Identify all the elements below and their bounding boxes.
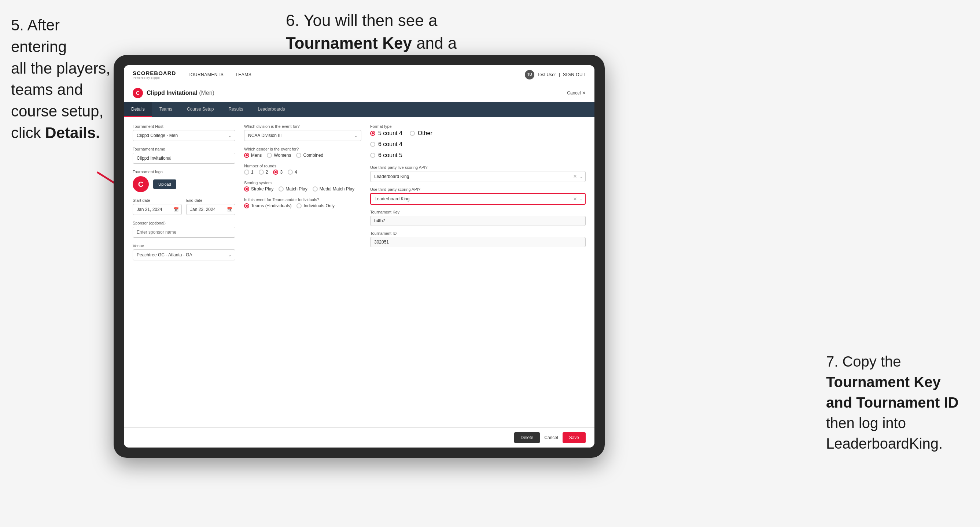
tournament-name-label: Tournament name: [133, 147, 235, 151]
sponsor-input[interactable]: [133, 227, 235, 238]
format-6count5-radio[interactable]: [370, 153, 375, 158]
tab-leaderboards[interactable]: Leaderboards: [250, 102, 292, 117]
division-label: Which division is the event for?: [244, 124, 361, 129]
rounds-2-radio[interactable]: [259, 170, 264, 175]
format-6count4-label: 6 count 4: [378, 141, 402, 148]
save-button[interactable]: Save: [563, 432, 585, 443]
venue-label: Venue: [133, 244, 235, 248]
format-other-radio[interactable]: [410, 131, 415, 136]
tablet-screen: SCOREBOARD Powered by clippd TOURNAMENTS…: [124, 65, 595, 448]
format-5count4-radio[interactable]: [370, 131, 375, 136]
tab-teams[interactable]: Teams: [152, 102, 180, 117]
teams-plus-radio[interactable]: [244, 203, 249, 208]
gender-mens-label: Mens: [251, 153, 262, 158]
third-party-1-group: Use third-party live scoring API? ✕ ⌄: [370, 165, 585, 182]
format-5count4[interactable]: 5 count 4: [370, 130, 402, 137]
rounds-3[interactable]: 3: [273, 170, 283, 175]
right-column: Format type 5 count 4 Other: [370, 124, 585, 420]
third-party-2-clear-icon[interactable]: ✕: [573, 196, 577, 202]
format-6count4[interactable]: 6 count 4: [370, 141, 402, 148]
scoring-medal-radio[interactable]: [313, 186, 318, 192]
third-party-1-clear-icon[interactable]: ✕: [573, 174, 577, 179]
tournament-subtitle: (Men): [199, 90, 215, 96]
format-options: 5 count 4 Other: [370, 130, 585, 138]
format-6count4-radio[interactable]: [370, 142, 375, 147]
nav-teams[interactable]: TEAMS: [235, 72, 251, 77]
individuals-radio[interactable]: [296, 203, 302, 208]
rounds-1[interactable]: 1: [244, 170, 254, 175]
tournament-id-input[interactable]: [370, 237, 585, 247]
bottom-bar: Delete Cancel Save: [124, 427, 595, 448]
tablet-device: SCOREBOARD Powered by clippd TOURNAMENTS…: [114, 55, 605, 458]
logo-row: C Upload: [133, 176, 235, 192]
tournament-host-label: Tournament Host: [133, 124, 235, 129]
gender-womens[interactable]: Womens: [267, 153, 291, 158]
third-party-1-wrapper: ✕ ⌄: [370, 171, 585, 182]
gender-combined[interactable]: Combined: [296, 153, 323, 158]
scoring-stroke[interactable]: Stroke Play: [244, 186, 274, 192]
upload-button[interactable]: Upload: [153, 179, 176, 189]
tournament-host-group: Tournament Host: [133, 124, 235, 141]
start-date-label: Start date: [133, 198, 182, 203]
scoring-stroke-label: Stroke Play: [251, 186, 274, 192]
user-name: Test User: [537, 72, 556, 77]
tournament-host-input[interactable]: [133, 130, 235, 141]
tournament-id-group: Tournament ID: [370, 231, 585, 247]
start-date-calendar-icon: 📅: [173, 207, 179, 212]
third-party-2-group: Use third-party scoring API? ✕ ⌄: [370, 187, 585, 205]
rounds-4[interactable]: 4: [288, 170, 297, 175]
date-row: Start date 📅 End date 📅: [133, 198, 235, 215]
gender-mens[interactable]: Mens: [244, 153, 262, 158]
delete-button[interactable]: Delete: [514, 432, 540, 443]
third-party-1-dropdown-icon[interactable]: ⌄: [580, 175, 583, 179]
individuals-only[interactable]: Individuals Only: [296, 203, 335, 208]
tournament-name-input[interactable]: [133, 153, 235, 164]
format-options-row3: 6 count 5: [370, 152, 585, 160]
third-party-2-dropdown-icon[interactable]: ⌄: [580, 197, 583, 201]
tournament-logo-icon: C: [133, 88, 143, 98]
scoring-match[interactable]: Match Play: [278, 186, 307, 192]
logo-circle: C: [133, 176, 149, 192]
scoring-group: Scoring system Stroke Play Match Play: [244, 181, 361, 192]
scoring-label: Scoring system: [244, 181, 361, 185]
format-other[interactable]: Other: [410, 130, 433, 137]
tournament-host-select-wrapper: [133, 130, 235, 141]
rounds-3-radio[interactable]: [273, 170, 278, 175]
rounds-2[interactable]: 2: [259, 170, 268, 175]
end-date-label: End date: [186, 198, 235, 203]
left-column: Tournament Host Tournament name Tourname…: [133, 124, 235, 420]
third-party-2-input[interactable]: [370, 193, 585, 205]
gender-womens-radio[interactable]: [267, 153, 272, 158]
tab-results[interactable]: Results: [221, 102, 250, 117]
gender-combined-radio[interactable]: [296, 153, 301, 158]
rounds-4-radio[interactable]: [288, 170, 293, 175]
gender-radio-group: Mens Womens Combined: [244, 153, 361, 158]
tournament-key-input[interactable]: [370, 216, 585, 226]
nav-tournaments[interactable]: TOURNAMENTS: [188, 72, 224, 77]
scoring-medal[interactable]: Medal Match Play: [313, 186, 355, 192]
teams-label: Is this event for Teams and/or Individua…: [244, 197, 361, 202]
cancel-button[interactable]: Cancel: [544, 435, 558, 440]
scoring-match-radio[interactable]: [278, 186, 284, 192]
tournament-key-label: Tournament Key: [370, 210, 585, 214]
start-date-wrapper: 📅: [133, 204, 182, 215]
gender-mens-radio[interactable]: [244, 153, 249, 158]
venue-group: Venue: [133, 244, 235, 260]
scoring-stroke-radio[interactable]: [244, 186, 249, 192]
rounds-label: Number of rounds: [244, 164, 361, 168]
third-party-1-input[interactable]: [370, 171, 585, 182]
teams-plus-individuals[interactable]: Teams (+Individuals): [244, 203, 291, 208]
venue-input[interactable]: [133, 249, 235, 260]
division-input[interactable]: [244, 130, 361, 141]
rounds-1-label: 1: [251, 170, 254, 175]
tab-course-setup[interactable]: Course Setup: [180, 102, 221, 117]
nav-right: TU Test User | Sign out: [525, 70, 585, 79]
header-cancel-button[interactable]: Cancel ✕: [567, 90, 585, 95]
tab-details[interactable]: Details: [124, 102, 152, 117]
rounds-1-radio[interactable]: [244, 170, 249, 175]
sign-out-link[interactable]: Sign out: [563, 72, 585, 77]
third-party-1-label: Use third-party live scoring API?: [370, 165, 585, 170]
format-6count5[interactable]: 6 count 5: [370, 152, 402, 159]
annotation-left: 5. After enteringall the players,teams a…: [11, 15, 114, 144]
format-other-label: Other: [418, 130, 433, 137]
